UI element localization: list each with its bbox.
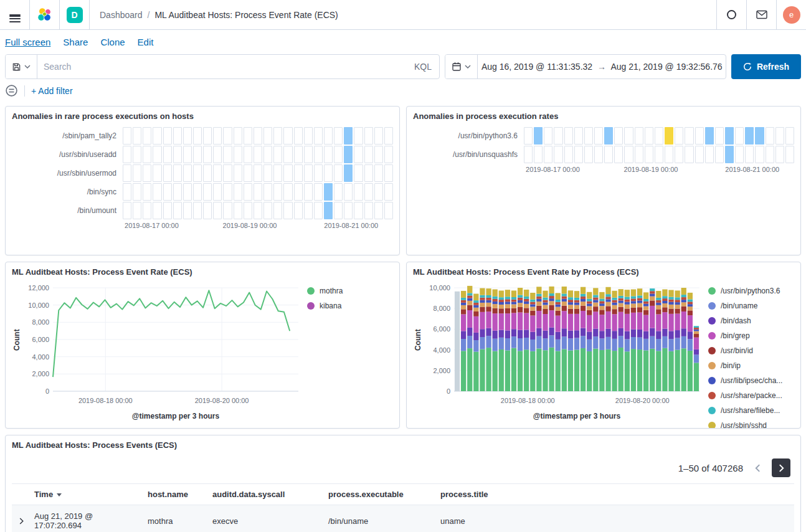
bar-segment[interactable] [486, 300, 491, 303]
bar-segment[interactable] [605, 299, 610, 302]
bar-segment[interactable] [593, 288, 598, 295]
bar-segment[interactable] [631, 296, 636, 298]
bar-segment[interactable] [599, 303, 604, 306]
bar-segment[interactable] [467, 298, 472, 301]
bar-segment[interactable] [543, 338, 548, 350]
add-filter-link[interactable]: + Add filter [31, 86, 73, 96]
bar-segment[interactable] [511, 297, 516, 300]
bar-segment[interactable] [473, 352, 478, 391]
bar-segment[interactable] [587, 331, 592, 339]
bar-segment[interactable] [637, 295, 642, 298]
bar-segment[interactable] [662, 296, 667, 298]
bar-segment[interactable] [467, 293, 472, 295]
bar-segment[interactable] [574, 298, 579, 300]
bar-segment[interactable] [530, 311, 535, 316]
bar-segment[interactable] [524, 338, 529, 349]
bar-segment[interactable] [675, 297, 680, 300]
bar-segment[interactable] [599, 301, 604, 303]
bar-segment[interactable] [668, 351, 673, 391]
bar-segment[interactable] [681, 295, 686, 297]
date-range-start[interactable]: Aug 16, 2019 @ 11:31:35.32 [478, 55, 596, 78]
bar-segment[interactable] [473, 305, 478, 308]
bar-segment[interactable] [637, 288, 642, 295]
bar-segment[interactable] [486, 288, 491, 295]
bar-segment[interactable] [631, 289, 636, 296]
bar-segment[interactable] [518, 303, 523, 307]
bar-segment[interactable] [536, 328, 541, 336]
bar-segment[interactable] [511, 329, 516, 336]
bar-segment[interactable] [543, 309, 548, 314]
bar-segment[interactable] [593, 329, 598, 337]
bar-segment[interactable] [505, 330, 510, 338]
bar-segment[interactable] [643, 306, 648, 310]
bar-segment[interactable] [518, 298, 523, 300]
bar-segment[interactable] [650, 306, 655, 328]
bar-segment[interactable] [568, 305, 573, 308]
bar-segment[interactable] [625, 340, 630, 352]
bar-segment[interactable] [631, 313, 636, 330]
bar-segment[interactable] [511, 290, 516, 297]
bar-segment[interactable] [543, 314, 548, 331]
bar-segment[interactable] [694, 328, 699, 330]
bar-segment[interactable] [574, 338, 579, 350]
bar-segment[interactable] [549, 298, 554, 301]
bar-segment[interactable] [493, 297, 498, 299]
bar-segment[interactable] [593, 311, 598, 328]
bar-segment[interactable] [593, 303, 598, 307]
bar-segment[interactable] [518, 330, 523, 338]
bar-segment[interactable] [643, 292, 648, 299]
bar-segment[interactable] [662, 298, 667, 301]
bar-segment[interactable] [562, 306, 567, 311]
bar-segment[interactable] [524, 290, 529, 297]
bar-segment[interactable] [668, 302, 673, 305]
bar-segment[interactable] [568, 297, 573, 300]
bar-segment[interactable] [650, 293, 655, 296]
bar-segment[interactable] [619, 307, 623, 312]
bar-segment[interactable] [562, 311, 567, 328]
bar-segment[interactable] [637, 349, 642, 391]
bar-segment[interactable] [612, 331, 617, 339]
bar-segment[interactable] [480, 288, 485, 295]
bar-segment[interactable] [688, 351, 693, 391]
bar-segment[interactable] [675, 290, 680, 297]
bar-segment[interactable] [675, 314, 680, 331]
bar-segment[interactable] [662, 312, 667, 328]
bar-segment[interactable] [619, 336, 623, 348]
bar-segment[interactable] [505, 297, 510, 299]
bar-segment[interactable] [593, 349, 598, 391]
bar-segment[interactable] [675, 350, 680, 391]
bar-segment[interactable] [625, 305, 630, 309]
bar-segment[interactable] [612, 291, 617, 298]
swimlane-anomaly-cell[interactable] [324, 202, 333, 219]
bar-segment[interactable] [568, 351, 573, 391]
legend-item[interactable]: /usr/bin/id [708, 346, 794, 355]
bar-segment[interactable] [656, 339, 661, 351]
bar-segment[interactable] [524, 349, 529, 391]
filter-options-button[interactable] [5, 84, 18, 97]
bar-segment[interactable] [511, 300, 516, 302]
bar-segment[interactable] [493, 351, 498, 391]
bar-segment[interactable] [505, 302, 510, 304]
bar-segment[interactable] [493, 304, 498, 308]
bar-segment[interactable] [480, 298, 485, 300]
bar-segment[interactable] [688, 315, 693, 331]
bar-segment[interactable] [543, 300, 548, 302]
bar-segment[interactable] [587, 340, 592, 351]
bar-segment[interactable] [493, 302, 498, 304]
legend-item[interactable]: /usr/sbin/sshd [708, 421, 794, 429]
bar-segment[interactable] [480, 312, 485, 329]
bar-segment[interactable] [480, 329, 485, 337]
bar-segment[interactable] [549, 328, 554, 336]
bar-segment[interactable] [668, 297, 673, 300]
bar-segment[interactable] [662, 303, 667, 307]
legend-item[interactable]: kibana [307, 302, 393, 310]
bar-segment[interactable] [493, 299, 498, 302]
bar-segment[interactable] [612, 300, 617, 303]
bar-segment[interactable] [556, 332, 561, 340]
bar-segment[interactable] [656, 331, 661, 339]
bar-segment[interactable] [675, 302, 680, 305]
bar-segment[interactable] [486, 295, 491, 298]
bar-segment[interactable] [637, 313, 642, 330]
bar-segment[interactable] [599, 292, 604, 299]
bar-segment[interactable] [524, 313, 529, 330]
